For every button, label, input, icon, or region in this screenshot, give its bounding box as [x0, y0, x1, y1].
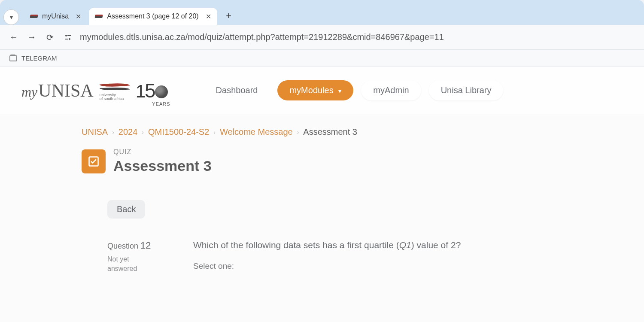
logo-text: myUNISA	[21, 80, 94, 101]
browser-tab-myunisa[interactable]: myUnisa ✕	[24, 8, 87, 25]
breadcrumb-unisa[interactable]: UNISA	[82, 127, 108, 137]
reload-button[interactable]: ⟳	[44, 31, 56, 43]
swoosh-icon	[100, 80, 130, 92]
new-tab-button[interactable]: +	[222, 9, 236, 23]
quiz-label: QUIZ	[113, 148, 212, 156]
svg-point-0	[65, 35, 67, 36]
svg-rect-3	[65, 39, 68, 39]
logo-subtext: universityof south africa	[100, 93, 130, 101]
svg-rect-1	[67, 35, 71, 36]
nav-mymodules[interactable]: myModules ▾	[277, 80, 353, 100]
breadcrumb-sep: ›	[213, 129, 216, 136]
close-icon[interactable]: ✕	[206, 12, 211, 21]
nav-label: Dashboard	[216, 85, 258, 95]
question-block: Question 12 Not yetanswered Which of the…	[107, 240, 614, 274]
bookmarks-bar: TELEGRAM	[0, 50, 644, 67]
browser-tab-assessment[interactable]: Assessment 3 (page 12 of 20) ✕	[89, 8, 217, 25]
nav-label: myModules	[289, 85, 333, 95]
nav-myadmin[interactable]: myAdmin	[361, 80, 421, 100]
tab-title: Assessment 3 (page 12 of 20)	[107, 12, 198, 20]
nav-dashboard[interactable]: Dashboard	[204, 80, 270, 100]
nav-label: Unisa Library	[441, 85, 492, 95]
question-status: Not yetanswered	[107, 255, 176, 274]
breadcrumb-sep: ›	[297, 129, 299, 136]
search-tabs-button[interactable]: ▾	[3, 9, 19, 25]
chevron-down-icon: ▾	[338, 88, 341, 94]
nav-label: myAdmin	[373, 85, 409, 95]
main-nav: Dashboard myModules ▾ myAdmin Unisa Libr…	[204, 80, 504, 100]
back-button[interactable]: Back	[107, 200, 145, 219]
folder-icon	[9, 55, 17, 61]
address-bar[interactable]: mymodules.dtls.unisa.ac.za/mod/quiz/atte…	[80, 32, 636, 42]
browser-toolbar: ← → ⟳ mymodules.dtls.unisa.ac.za/mod/qui…	[0, 25, 644, 50]
site-header: myUNISA universityof south africa 15 YEA…	[0, 67, 644, 114]
logo-150-badge: 15 YEARS	[136, 79, 168, 102]
breadcrumb-current: Assessment 3	[303, 127, 357, 137]
page-title: Assessment 3	[113, 158, 212, 174]
browser-tab-strip: ▾ myUnisa ✕ Assessment 3 (page 12 of 20)…	[0, 0, 644, 25]
breadcrumb: UNISA › 2024 › QMI1500-24-S2 › Welcome M…	[82, 127, 614, 137]
breadcrumb-sep: ›	[142, 129, 144, 136]
nav-unisa-library[interactable]: Unisa Library	[429, 80, 504, 100]
close-icon[interactable]: ✕	[76, 12, 81, 21]
breadcrumb-welcome[interactable]: Welcome Message	[220, 127, 293, 137]
bookmark-telegram[interactable]: TELEGRAM	[21, 55, 57, 62]
quiz-icon	[82, 149, 106, 173]
favicon-icon	[30, 15, 38, 18]
question-number: Question 12	[107, 240, 176, 251]
page-title-row: QUIZ Assessment 3	[82, 148, 614, 174]
globe-icon	[155, 85, 168, 98]
breadcrumb-year[interactable]: 2024	[118, 127, 138, 137]
back-label: Back	[117, 204, 136, 214]
back-button[interactable]: ←	[8, 31, 20, 43]
svg-point-2	[69, 38, 70, 40]
site-logo[interactable]: myUNISA universityof south africa 15 YEA…	[21, 79, 168, 102]
forward-button[interactable]: →	[26, 31, 38, 43]
breadcrumb-course[interactable]: QMI1500-24-S2	[148, 127, 209, 137]
page-content: UNISA › 2024 › QMI1500-24-S2 › Welcome M…	[0, 114, 644, 322]
breadcrumb-sep: ›	[112, 129, 114, 136]
chevron-down-icon: ▾	[10, 14, 13, 21]
tab-title: myUnisa	[42, 12, 69, 20]
favicon-icon	[95, 15, 103, 18]
question-meta: Question 12 Not yetanswered	[107, 240, 176, 274]
site-settings-icon[interactable]	[62, 31, 74, 43]
question-text: Which of the following data sets has a f…	[193, 240, 614, 274]
select-one-label: Select one:	[193, 261, 614, 271]
